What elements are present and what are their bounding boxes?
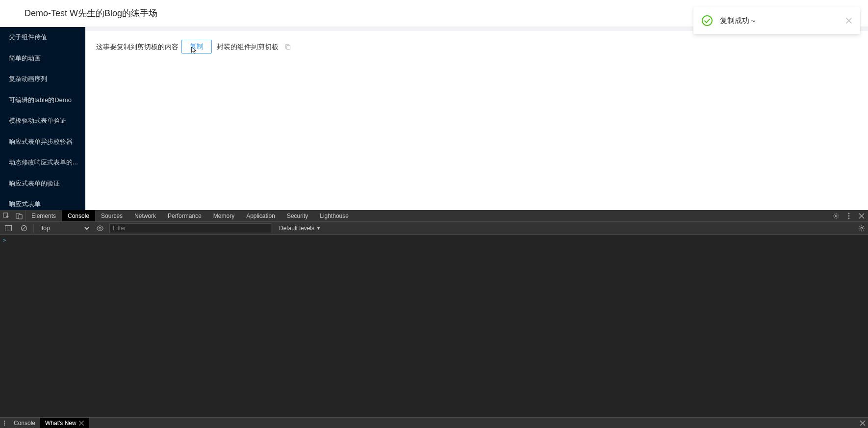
console-output[interactable]: > [0,235,868,417]
context-selector[interactable]: top [37,223,91,233]
page-body: 父子组件传值 简单的动画 复杂动画序列 可编辑的table的Demo 模板驱动式… [0,27,868,210]
svg-rect-5 [19,214,22,219]
close-drawer-icon[interactable] [857,418,868,428]
chevron-down-icon: ▼ [316,226,321,231]
close-icon[interactable] [845,17,852,24]
svg-point-6 [835,215,837,217]
sidebar-item[interactable]: 可编辑的table的Demo [0,90,85,111]
devtools-tabbar: Elements Console Sources Network Perform… [0,210,868,222]
toggle-sidebar-icon[interactable] [2,225,15,231]
devtools: Elements Console Sources Network Perform… [0,210,868,428]
sidebar-item[interactable]: 动态修改响应式表单的... [0,152,85,173]
sidebar-item[interactable]: 响应式表单 [0,194,85,210]
clear-console-icon[interactable] [18,225,30,232]
sidebar-item[interactable]: 响应式表单的验证 [0,173,85,194]
svg-point-14 [99,227,101,229]
filter-input[interactable] [109,223,271,233]
content-text-after: 封装的组件到剪切板 [217,40,279,54]
content-text-before: 这事要复制到剪切板的内容 [96,40,179,54]
drawer-tab-label: What's New [45,420,77,427]
close-tab-icon[interactable] [78,420,84,426]
console-prompt: > [3,237,6,243]
devtools-tab-performance[interactable]: Performance [162,210,207,221]
drawer-tab-whatsnew[interactable]: What's New [40,418,89,428]
svg-point-15 [861,227,863,229]
success-icon [701,15,713,27]
svg-point-18 [4,424,5,425]
copy-button-label: 复制 [190,42,204,51]
close-devtools-icon[interactable] [855,210,868,221]
svg-point-9 [848,217,850,219]
devtools-tab-memory[interactable]: Memory [207,210,240,221]
svg-point-2 [702,16,712,26]
svg-line-13 [22,226,26,230]
svg-rect-1 [287,46,290,50]
main-content: 这事要复制到剪切板的内容 复制 封装的组件到剪切板 [85,31,868,210]
devtools-drawer: Console What's New [0,417,868,428]
svg-point-17 [4,422,5,423]
svg-point-16 [4,420,5,421]
live-expression-icon[interactable] [94,225,106,231]
devtools-tab-security[interactable]: Security [281,210,314,221]
inspect-element-icon[interactable] [0,210,13,221]
toast-message: 复制成功～ [720,16,845,26]
svg-point-7 [848,213,850,214]
sidebar: 父子组件传值 简单的动画 复杂动画序列 可编辑的table的Demo 模板驱动式… [0,27,85,210]
copy-button[interactable]: 复制 [181,40,212,54]
copy-icon[interactable] [284,43,291,50]
more-icon[interactable] [842,210,855,221]
settings-icon[interactable] [830,210,842,221]
console-settings-icon[interactable] [855,225,868,232]
devtools-tab-network[interactable]: Network [128,210,162,221]
device-toolbar-icon[interactable] [13,210,26,221]
success-toast: 复制成功～ [693,7,860,34]
sidebar-item[interactable]: 模板驱动式表单验证 [0,110,85,132]
log-levels-dropdown[interactable]: Default levels ▼ [274,225,321,232]
page-title: Demo-Test W先生的Blog的练手场 [25,7,157,19]
sidebar-item[interactable]: 简单的动画 [0,48,85,69]
sidebar-item[interactable]: 父子组件传值 [0,27,85,48]
drawer-more-icon[interactable] [0,418,9,428]
sidebar-item[interactable]: 响应式表单异步校验器 [0,132,85,153]
svg-point-8 [848,215,850,216]
console-toolbar: top Default levels ▼ [0,222,868,235]
devtools-tab-lighthouse[interactable]: Lighthouse [314,210,355,221]
devtools-tab-sources[interactable]: Sources [95,210,128,221]
devtools-tab-console[interactable]: Console [62,210,95,221]
svg-rect-10 [5,225,12,231]
sidebar-item[interactable]: 复杂动画序列 [0,69,85,90]
devtools-tab-elements[interactable]: Elements [26,210,62,221]
devtools-tab-application[interactable]: Application [240,210,281,221]
log-levels-label: Default levels [279,225,314,232]
drawer-tab-console[interactable]: Console [9,418,40,428]
